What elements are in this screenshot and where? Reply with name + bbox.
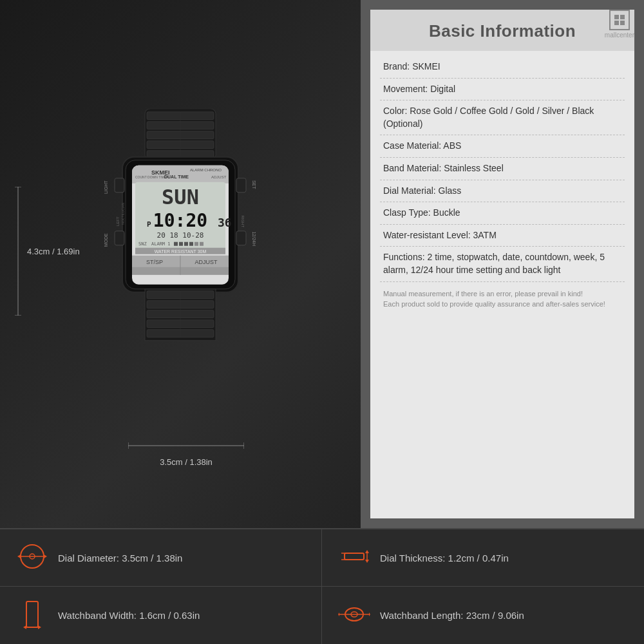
svg-rect-65: [620, 21, 625, 25]
watchband-width-text: Watchband Width: 1.6cm / 0.63in: [58, 610, 200, 621]
svg-text:NOCTILUCIAN: NOCTILUCIAN: [121, 202, 125, 224]
svg-rect-77: [26, 601, 38, 627]
band-material-row: Band Material: Stainless Steel: [380, 158, 625, 180]
svg-text:ADJUST: ADJUST: [194, 259, 218, 265]
stat-watchband-width: Watchband Width: 1.6cm / 0.63in: [0, 587, 322, 644]
svg-text:WATER RESISTANT 30M: WATER RESISTANT 30M: [155, 249, 207, 254]
brand-logo: mallcenter: [605, 10, 634, 39]
logo-text: mallcenter: [605, 32, 634, 39]
svg-text:20  18  10-28: 20 18 10-28: [157, 231, 204, 240]
svg-marker-74: [365, 560, 369, 563]
svg-text:MODE: MODE: [104, 233, 108, 247]
stat-dial-thickness: Dial Thickness: 1.2cm / 0.47in: [322, 529, 644, 587]
svg-text:36: 36: [218, 216, 232, 229]
svg-marker-85: [338, 612, 339, 616]
svg-rect-39: [179, 242, 183, 246]
watch-section: 4.3cm / 1.69in: [0, 0, 361, 528]
svg-rect-42: [194, 242, 198, 246]
dial-thickness-text: Dial Thickness: 1.2cm / 0.47in: [380, 553, 509, 564]
svg-text:ALARM CHRONO: ALARM CHRONO: [190, 168, 222, 172]
svg-marker-80: [38, 625, 41, 629]
info-panel: Basic Information Brand: SKMEI Movement:…: [361, 0, 644, 528]
svg-rect-41: [189, 242, 193, 246]
basic-information-title: Basic Information: [383, 21, 621, 41]
case-material-row: Case Material: ABS: [380, 135, 625, 158]
svg-rect-40: [184, 242, 188, 246]
stat-watchband-length: Watchband Length: 23cm / 9.06in: [322, 587, 644, 644]
svg-rect-38: [174, 242, 178, 246]
svg-rect-63: [620, 15, 625, 19]
svg-text:10:20: 10:20: [153, 210, 207, 231]
svg-text:ALARM 1: ALARM 1: [151, 242, 171, 247]
main-section: 4.3cm / 1.69in: [0, 0, 644, 528]
svg-marker-70: [17, 554, 21, 558]
info-content: Brand: SKMEI Movement: Digital Color: Ro…: [370, 51, 634, 518]
svg-text:DUAL TIME: DUAL TIME: [164, 175, 189, 179]
svg-marker-84: [369, 612, 370, 616]
svg-rect-43: [200, 242, 204, 246]
dial-diameter-text: Dial Diameter: 3.5cm / 1.38in: [58, 553, 182, 564]
note-row: Manual measurement, if there is an error…: [380, 282, 625, 314]
svg-text:ST/SP: ST/SP: [146, 259, 163, 265]
watch-diameter-icon: [16, 540, 48, 575]
svg-text:ADJUST: ADJUST: [211, 175, 227, 179]
svg-text:P: P: [147, 220, 151, 229]
svg-rect-64: [614, 21, 619, 25]
svg-text:12/24H: 12/24H: [252, 231, 256, 246]
info-header: Basic Information: [370, 10, 634, 51]
stats-bar: Dial Diameter: 3.5cm / 1.38in Dial Thick…: [0, 528, 644, 644]
svg-marker-73: [365, 550, 369, 553]
svg-rect-62: [614, 15, 619, 19]
svg-text:LEFT: LEFT: [116, 216, 120, 226]
watchband-length-icon: [338, 598, 370, 633]
svg-text:LIGHT: LIGHT: [104, 180, 108, 194]
svg-text:SNZ: SNZ: [138, 242, 147, 247]
svg-rect-12: [115, 178, 124, 193]
stat-dial-diameter: Dial Diameter: 3.5cm / 1.38in: [0, 529, 322, 587]
svg-marker-79: [23, 625, 26, 629]
movement-row: Movement: Digital: [380, 79, 625, 101]
functions-row: Functions: 2 time, stopwatch, date, coun…: [380, 247, 625, 281]
logo-icon: [609, 10, 630, 30]
watch-image: LIGHT MODE SET 12/24H LEFT RIGHT SKMEI A…: [71, 109, 290, 408]
height-dimension: 4.3cm / 1.69in: [13, 187, 80, 316]
water-resistant-row: Water-resistant Level: 3ATM: [380, 225, 625, 247]
watchband-width-icon: [16, 598, 48, 633]
width-label: 3.5cm / 1.38in: [128, 457, 244, 467]
clasp-type-row: Clasp Type: Buckle: [380, 202, 625, 225]
color-row: Color: Rose Gold / Coffee Gold / Gold / …: [380, 100, 625, 135]
svg-rect-14: [236, 178, 246, 193]
svg-rect-71: [345, 553, 364, 560]
svg-marker-69: [44, 554, 47, 558]
width-dimension: 3.5cm / 1.38in: [128, 439, 244, 467]
svg-rect-15: [236, 231, 246, 245]
svg-rect-13: [115, 231, 124, 245]
svg-text:RIGHT: RIGHT: [241, 215, 245, 227]
watchband-length-text: Watchband Length: 23cm / 9.06in: [380, 610, 524, 621]
brand-row: Brand: SKMEI: [380, 56, 625, 79]
dial-material-row: Dial Material: Glass: [380, 180, 625, 203]
svg-text:SUN: SUN: [162, 185, 199, 209]
svg-text:SET: SET: [252, 180, 256, 189]
watch-thickness-icon: [338, 540, 370, 575]
